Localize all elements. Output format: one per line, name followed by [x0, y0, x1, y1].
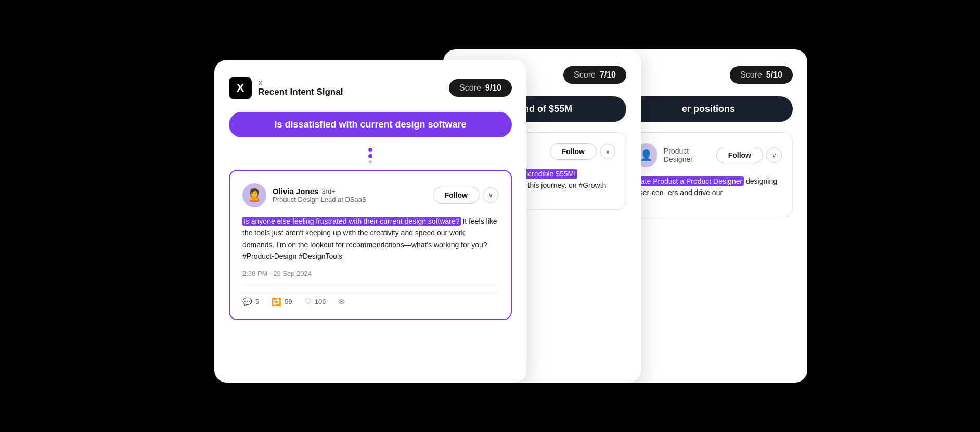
dot-3	[369, 160, 372, 163]
cards-wrapper: Score 5/10 er positions 👤 Product Design…	[152, 39, 828, 393]
tweet-card: 🙎 Olivia Jones 3rd+ Product Design Lead …	[229, 170, 512, 320]
card1-score-label: Score	[459, 83, 481, 93]
card3-follow-group[interactable]: Follow ∨	[716, 147, 782, 163]
tweet-user-badge: 3rd+	[321, 187, 335, 195]
card3-tweet-text: nate Product a Product Designer designin…	[635, 175, 782, 199]
dot-2	[368, 154, 372, 158]
card1-subtitle: X	[258, 79, 343, 87]
tweet-user-details: Olivia Jones 3rd+ Product Design Lead at…	[273, 187, 367, 204]
card2-score-badge: Score 7/10	[563, 66, 626, 84]
card1-header: X X Recent Intent Signal Score 9/10	[229, 77, 512, 99]
card2-follow-group[interactable]: Follow ∨	[550, 143, 615, 160]
tweet-follow-group[interactable]: Follow ∨	[433, 187, 498, 204]
card1-chevron-icon[interactable]: ∨	[483, 187, 498, 203]
tweet-avatar: 🙎	[242, 183, 266, 207]
card3-tweet-card: 👤 Product Designer Follow ∨ nate Product…	[624, 132, 793, 217]
card3-user-row: 👤 Product Designer Follow ∨	[635, 143, 782, 167]
dots-container	[229, 148, 512, 163]
card-1: X X Recent Intent Signal Score 9/10 Is d…	[214, 60, 526, 383]
card1-intent-pill: Is dissatisfied with current design soft…	[229, 112, 512, 137]
like-icon: ♡	[305, 297, 312, 307]
tweet-actions: 💬 5 🔁 59 ♡ 106 ✉	[242, 293, 498, 307]
card3-user-title: Product Designer	[664, 147, 716, 163]
card3-user-info: 👤 Product Designer	[635, 143, 716, 167]
x-logo-icon: X	[237, 82, 244, 94]
like-count: 106	[315, 298, 326, 306]
retweet-icon: 🔁	[272, 297, 281, 307]
card1-title-block: X Recent Intent Signal	[258, 79, 343, 97]
card3-user-details: Product Designer	[664, 147, 716, 163]
card2-score-label: Score	[574, 70, 596, 80]
mail-icon: ✉	[338, 297, 345, 307]
card3-highlight: nate Product a Product Designer	[635, 176, 744, 186]
reply-action[interactable]: 💬 5	[242, 297, 259, 307]
mail-action[interactable]: ✉	[338, 297, 345, 307]
scene: Score 5/10 er positions 👤 Product Design…	[126, 29, 854, 403]
like-action[interactable]: ♡ 106	[305, 297, 326, 307]
card1-header-left: X X Recent Intent Signal	[229, 77, 343, 99]
card3-chevron-icon[interactable]: ∨	[766, 147, 782, 163]
tweet-highlighted-text: Is anyone else feeling frustrated with t…	[242, 217, 461, 226]
card2-chevron-icon[interactable]: ∨	[600, 144, 615, 159]
tweet-user-row: 🙎 Olivia Jones 3rd+ Product Design Lead …	[242, 183, 498, 207]
card3-header: Score 5/10	[624, 66, 793, 84]
card1-follow-button[interactable]: Follow	[433, 187, 480, 204]
card2-follow-button[interactable]: Follow	[550, 143, 597, 160]
x-logo-box: X	[229, 77, 252, 99]
card1-score-value: 9/10	[485, 83, 501, 93]
tweet-body: Is anyone else feeling frustrated with t…	[242, 215, 498, 262]
card2-score-value: 7/10	[600, 70, 616, 80]
card3-score-badge: Score 5/10	[730, 66, 793, 84]
card3-intent-pill: er positions	[624, 96, 793, 122]
card3-follow-button[interactable]: Follow	[716, 147, 763, 163]
card3-score-value: 5/10	[766, 70, 782, 80]
retweet-count: 59	[285, 298, 292, 306]
tweet-user-name-row: Olivia Jones 3rd+	[273, 187, 367, 196]
reply-icon: 💬	[242, 297, 252, 307]
retweet-action[interactable]: 🔁 59	[272, 297, 292, 307]
tweet-user-title: Product Design Lead at DSaaS	[273, 196, 367, 204]
dot-1	[368, 148, 372, 152]
reply-count: 5	[255, 298, 259, 306]
card1-score-badge: Score 9/10	[449, 79, 512, 97]
tweet-user-info: 🙎 Olivia Jones 3rd+ Product Design Lead …	[242, 183, 367, 207]
card1-title: Recent Intent Signal	[258, 87, 343, 97]
tweet-timestamp: 2:30 PM · 29 Sep 2024	[242, 270, 498, 285]
card3-score-label: Score	[740, 70, 762, 80]
tweet-user-name: Olivia Jones	[273, 187, 318, 196]
